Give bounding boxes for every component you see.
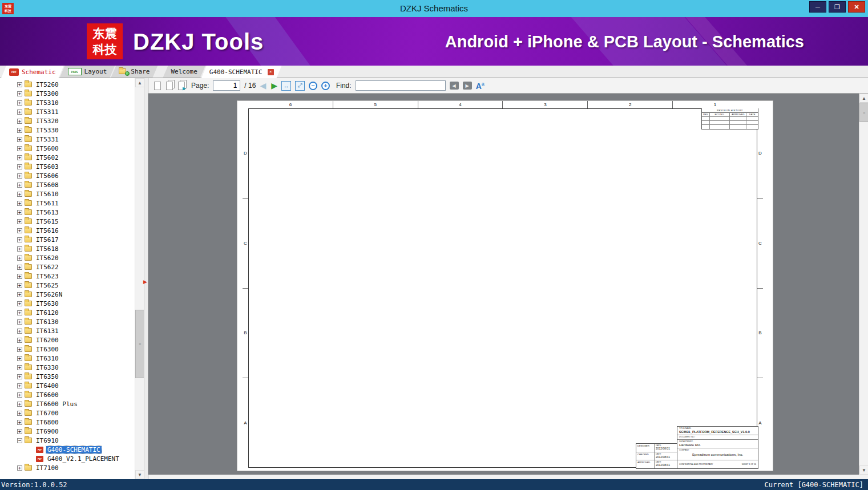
expand-icon[interactable]: +: [17, 137, 22, 142]
expand-icon[interactable]: +: [17, 292, 22, 297]
expand-icon[interactable]: +: [17, 465, 22, 471]
tree-item-it5620[interactable]: +IT5620: [0, 253, 135, 262]
expand-icon[interactable]: +: [17, 383, 22, 388]
expand-icon[interactable]: +: [17, 91, 22, 96]
tree-item-it6200[interactable]: +IT6200: [0, 335, 135, 345]
tree-item-it5331[interactable]: +IT5331: [0, 135, 135, 144]
expand-icon[interactable]: +: [17, 256, 22, 261]
tree-item-it6900[interactable]: +IT6900: [0, 427, 135, 436]
expand-icon[interactable]: +: [17, 155, 22, 160]
snapshot-icon[interactable]: [178, 82, 185, 90]
expand-icon[interactable]: +: [17, 201, 22, 206]
tree-item-it5311[interactable]: +IT5311: [0, 107, 135, 116]
fit-page-icon[interactable]: ⤢: [295, 81, 305, 91]
maximize-button[interactable]: ❐: [829, 1, 846, 13]
expand-icon[interactable]: +: [17, 146, 22, 151]
tree-item-it5320[interactable]: +IT5320: [0, 116, 135, 125]
zoom-in-icon[interactable]: +: [321, 82, 330, 90]
expand-icon[interactable]: +: [17, 173, 22, 179]
tree-item-it5610[interactable]: +IT5610: [0, 189, 135, 199]
schematic-viewer[interactable]: 654321 DCBA DCBA REVISION HISTORY REVECO…: [148, 94, 859, 475]
tree-item-it5603[interactable]: +IT5603: [0, 162, 135, 171]
expand-icon[interactable]: +: [17, 164, 22, 169]
tree-item-it5611[interactable]: +IT5611: [0, 199, 135, 208]
tree-item-it5260[interactable]: +IT5260: [0, 80, 135, 89]
vertical-scrollbar-thumb[interactable]: ≡: [859, 103, 868, 122]
minimize-button[interactable]: ─: [809, 1, 826, 13]
tree-item-it6120[interactable]: +IT6120: [0, 308, 135, 317]
find-input[interactable]: [356, 80, 446, 91]
splitter-collapse-icon[interactable]: ▶: [143, 279, 147, 285]
expand-icon[interactable]: +: [17, 374, 22, 379]
tree-item-it5608[interactable]: +IT5608: [0, 180, 135, 189]
scroll-down-icon[interactable]: ▼: [135, 470, 144, 479]
expand-icon[interactable]: +: [17, 192, 22, 197]
vertical-scrollbar[interactable]: ▲ ≡ ▼: [859, 94, 868, 475]
tree-item-it5630[interactable]: +IT5630: [0, 299, 135, 308]
tab-share[interactable]: Share: [111, 66, 158, 78]
expand-icon[interactable]: +: [17, 265, 22, 270]
tree-item-it6800[interactable]: +IT6800: [0, 418, 135, 427]
tree-item-it5310[interactable]: +IT5310: [0, 98, 135, 107]
tree-item-it5300[interactable]: +IT5300: [0, 89, 135, 98]
tree-item-it6300[interactable]: +IT6300: [0, 345, 135, 354]
expand-icon[interactable]: +: [17, 82, 22, 87]
tree-scrollbar[interactable]: ▲ ≡ ▼: [135, 78, 144, 479]
page-number-input[interactable]: [213, 80, 240, 91]
expand-icon[interactable]: +: [17, 392, 22, 398]
horizontal-scrollbar[interactable]: [148, 475, 859, 479]
close-tab-icon[interactable]: ✕: [268, 69, 274, 75]
scroll-up-icon[interactable]: ▲: [135, 78, 144, 87]
tree-item-g400-schematic[interactable]: +PDFG400-SCHEMATIC: [0, 445, 135, 454]
zoom-out-icon[interactable]: −: [309, 82, 317, 90]
prev-page-icon[interactable]: ◀: [260, 81, 266, 90]
expand-icon[interactable]: +: [17, 420, 22, 425]
expand-icon[interactable]: +: [17, 210, 22, 215]
expand-icon[interactable]: +: [17, 429, 22, 434]
expand-icon[interactable]: +: [17, 219, 22, 224]
expand-icon[interactable]: +: [17, 274, 22, 279]
tree-item-it7100[interactable]: +IT7100: [0, 463, 135, 472]
tree-item-g400-v2-1-placement[interactable]: +PDFG400_V2.1_PLACEMENT: [0, 454, 135, 463]
tab-document[interactable]: G400-SCHEMATIC ✕: [201, 66, 282, 78]
tree-item-it5622[interactable]: +IT5622: [0, 262, 135, 272]
tree-item-it6310[interactable]: +IT6310: [0, 354, 135, 363]
tab-schematic[interactable]: PDF Schematic: [1, 66, 64, 78]
next-page-icon[interactable]: ▶: [271, 81, 277, 90]
text-select-icon[interactable]: [154, 82, 161, 90]
expand-icon[interactable]: +: [17, 100, 22, 106]
copy-page-icon[interactable]: [166, 82, 173, 90]
expand-icon[interactable]: +: [17, 246, 22, 252]
expand-icon[interactable]: +: [17, 183, 22, 188]
expand-icon[interactable]: +: [17, 338, 22, 343]
expand-icon[interactable]: +: [17, 301, 22, 306]
tree-item-it5613[interactable]: +IT5613: [0, 208, 135, 217]
close-button[interactable]: ✕: [848, 1, 865, 13]
expand-icon[interactable]: +: [17, 228, 22, 233]
expand-icon[interactable]: +: [17, 402, 22, 407]
fit-width-icon[interactable]: ↔: [281, 81, 291, 91]
tree-item-it5618[interactable]: +IT5618: [0, 244, 135, 253]
expand-icon[interactable]: +: [17, 283, 22, 288]
tree-item-it5617[interactable]: +IT5617: [0, 235, 135, 244]
find-previous-icon[interactable]: ◀: [450, 82, 459, 90]
tree-item-it6131[interactable]: +IT6131: [0, 326, 135, 335]
tree-item-it5616[interactable]: +IT5616: [0, 226, 135, 235]
expand-icon[interactable]: +: [17, 319, 22, 325]
expand-icon[interactable]: +: [17, 347, 22, 352]
tree-item-it6130[interactable]: +IT6130: [0, 317, 135, 326]
tab-layout[interactable]: PADS Layout: [60, 66, 115, 78]
tree-item-it6330[interactable]: +IT6330: [0, 363, 135, 372]
tree-item-it5330[interactable]: +IT5330: [0, 125, 135, 135]
expand-icon[interactable]: +: [17, 329, 22, 334]
tree-item-it5606[interactable]: +IT5606: [0, 171, 135, 180]
tree-item-it5600[interactable]: +IT5600: [0, 144, 135, 153]
scroll-down-icon[interactable]: ▼: [859, 465, 868, 475]
tree-item-it6350[interactable]: +IT6350: [0, 372, 135, 381]
tree-item-it6600[interactable]: +IT6600: [0, 390, 135, 399]
expand-icon[interactable]: +: [17, 110, 22, 115]
collapse-icon[interactable]: −: [17, 438, 22, 443]
tree-item-it5602[interactable]: +IT5602: [0, 153, 135, 162]
panel-splitter[interactable]: ▶: [144, 78, 148, 479]
text-size-icon[interactable]: Aa: [476, 81, 485, 91]
